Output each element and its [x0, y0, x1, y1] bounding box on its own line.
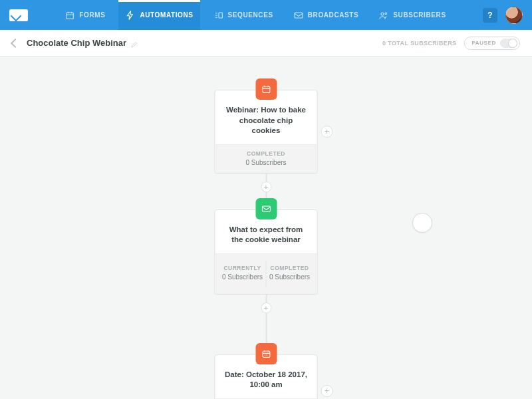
- nav-forms[interactable]: FORMS: [58, 0, 112, 30]
- automation-canvas[interactable]: Webinar: How to bake chocolate chip cook…: [0, 57, 532, 399]
- add-branch-button[interactable]: +: [321, 126, 333, 138]
- calendar-badge-icon: [255, 343, 277, 364]
- nav-center: FORMS AUTOMATIONS SEQUENCES BROADCASTS S…: [28, 0, 483, 30]
- add-step-button[interactable]: +: [261, 303, 271, 313]
- page-title: Chocolate Chip Webinar: [27, 38, 126, 48]
- nav-sequences[interactable]: SEQUENCES: [207, 0, 280, 30]
- back-chevron-icon[interactable]: [11, 38, 20, 47]
- flow-node-expect-email[interactable]: What to expect from the cookie webinar C…: [215, 209, 318, 295]
- pencil-icon: [130, 41, 138, 49]
- foot-value: 0 Subscribers: [222, 273, 263, 281]
- node-footer: CURRENTLY 0 Subscribers COMPLETED 0 Subs…: [215, 253, 317, 294]
- svg-rect-7: [263, 351, 270, 357]
- nav-broadcasts[interactable]: BROADCASTS: [287, 0, 366, 30]
- add-step-button[interactable]: +: [261, 182, 271, 192]
- svg-point-4: [385, 13, 387, 15]
- floating-handle[interactable]: [412, 213, 432, 233]
- flow-column: Webinar: How to bake chocolate chip cook…: [208, 63, 325, 399]
- node-footer: COMPLETED 0 Subscribers: [215, 144, 317, 173]
- foot-label: COMPLETED: [219, 150, 313, 157]
- mail-badge-icon: [255, 198, 277, 219]
- foot-value: 0 Subscribers: [219, 159, 313, 166]
- add-branch-button[interactable]: +: [321, 385, 333, 397]
- subscribers-icon: [378, 10, 389, 21]
- flow-node-date[interactable]: Date: October 18 2017, 10:00 am COMPLETE…: [215, 354, 318, 399]
- total-subscribers: 0 TOTAL SUBSCRIBERS: [382, 40, 456, 47]
- nav-label: SEQUENCES: [228, 11, 273, 19]
- svg-rect-5: [263, 86, 270, 92]
- sub-header-right: 0 TOTAL SUBSCRIBERS PAUSED: [382, 37, 520, 50]
- top-nav: FORMS AUTOMATIONS SEQUENCES BROADCASTS S…: [0, 0, 532, 30]
- toggle-knob: [500, 39, 517, 48]
- edit-title-button[interactable]: [130, 39, 138, 47]
- sub-header: Chocolate Chip Webinar 0 TOTAL SUBSCRIBE…: [0, 30, 532, 57]
- nav-label: FORMS: [79, 11, 105, 19]
- nav-automations[interactable]: AUTOMATIONS: [118, 0, 200, 30]
- logo-icon[interactable]: [9, 9, 28, 21]
- foot-label: COMPLETED: [269, 265, 311, 271]
- help-button[interactable]: ?: [483, 8, 497, 23]
- paused-label: PAUSED: [471, 40, 496, 46]
- form-badge-icon: [255, 78, 277, 100]
- nav-label: BROADCASTS: [308, 11, 359, 19]
- svg-rect-2: [295, 13, 303, 18]
- svg-point-3: [381, 13, 384, 15]
- nav-label: AUTOMATIONS: [140, 11, 193, 19]
- foot-label: CURRENTLY: [222, 265, 263, 271]
- svg-rect-1: [219, 13, 222, 18]
- lightning-icon: [125, 10, 136, 21]
- nav-right: ?: [483, 7, 523, 24]
- paused-toggle[interactable]: PAUSED: [464, 37, 520, 50]
- foot-value: 0 Subscribers: [269, 273, 311, 281]
- broadcasts-icon: [293, 10, 304, 21]
- avatar[interactable]: [505, 7, 523, 24]
- flow-node-webinar-form[interactable]: Webinar: How to bake chocolate chip cook…: [215, 90, 318, 174]
- form-icon: [65, 10, 75, 21]
- svg-rect-0: [66, 13, 74, 19]
- nav-subscribers[interactable]: SUBSCRIBERS: [372, 0, 452, 30]
- sequences-icon: [213, 10, 224, 21]
- nav-label: SUBSCRIBERS: [393, 11, 446, 19]
- svg-rect-6: [262, 206, 270, 211]
